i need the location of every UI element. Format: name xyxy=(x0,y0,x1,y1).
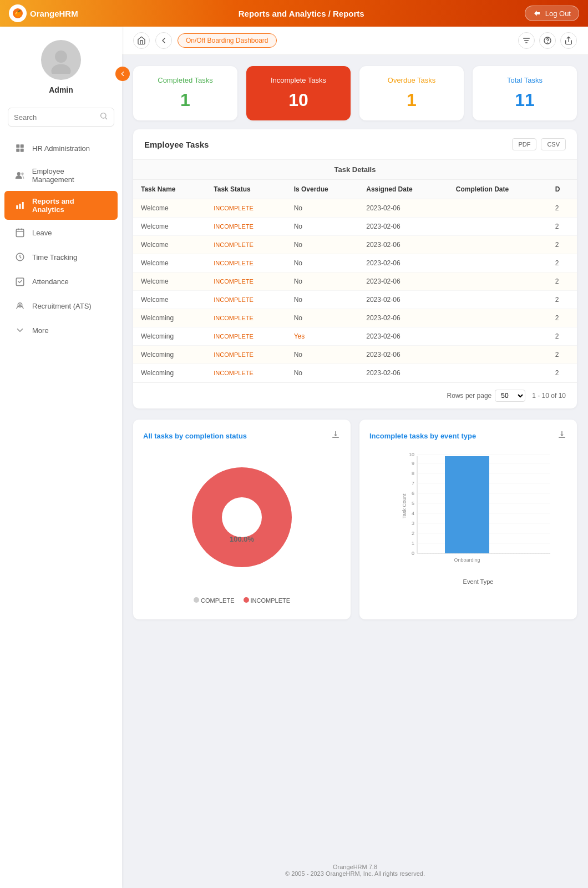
help-button[interactable] xyxy=(539,32,556,49)
cell-assigned-date: 2023-02-06 xyxy=(358,346,448,364)
cell-completion-date xyxy=(448,346,548,364)
pagination-info: 1 - 10 of 10 xyxy=(532,392,566,400)
col-assigned-date: Assigned Date xyxy=(358,180,448,199)
svg-text:🍊: 🍊 xyxy=(14,10,22,17)
table-row: Welcoming INCOMPLETE Yes 2023-02-06 2 xyxy=(133,327,577,346)
bar-x-label: Event Type xyxy=(389,578,567,585)
svg-text:3: 3 xyxy=(412,521,414,526)
pie-chart-card: All tasks by completion status 100.0% xyxy=(133,420,351,619)
pie-download-button[interactable] xyxy=(331,430,341,442)
svg-text:8: 8 xyxy=(412,471,414,476)
cell-task-name: Welcoming xyxy=(133,309,206,327)
completed-label: Completed Tasks xyxy=(158,76,212,84)
pie-chart-svg xyxy=(181,456,303,578)
incomplete-value: 10 xyxy=(288,90,308,110)
share-button[interactable] xyxy=(560,32,577,49)
svg-text:5: 5 xyxy=(412,501,414,506)
export-pdf-button[interactable]: PDF xyxy=(512,138,536,150)
cell-assigned-date: 2023-02-06 xyxy=(358,327,448,346)
recruitment-icon xyxy=(14,300,26,311)
cell-completion-date xyxy=(448,291,548,309)
svg-point-26 xyxy=(548,42,548,43)
total-label: Total Tasks xyxy=(507,76,543,84)
tasks-table: Task Name Task Status Is Overdue Assigne… xyxy=(133,180,577,382)
cell-d: 2 xyxy=(548,273,577,291)
main-layout: Admin HR Administration Employee Ma xyxy=(0,27,588,888)
export-csv-button[interactable]: CSV xyxy=(541,138,566,150)
sidebar-item-hr-admin[interactable]: HR Administration xyxy=(4,137,118,160)
sidebar-item-leave[interactable]: Leave xyxy=(4,221,118,244)
sidebar-item-recruitment[interactable]: Recruitment (ATS) xyxy=(4,294,118,317)
cell-assigned-date: 2023-02-06 xyxy=(358,254,448,273)
back-button[interactable] xyxy=(155,32,172,49)
svg-point-10 xyxy=(17,172,21,175)
cell-completion-date xyxy=(448,254,548,273)
logo-icon: 🍊 xyxy=(9,4,27,22)
rows-per-page-select[interactable]: 50 25 100 xyxy=(495,390,525,402)
search-input[interactable] xyxy=(14,113,96,122)
home-button[interactable] xyxy=(133,32,150,49)
cell-is-overdue: No xyxy=(286,291,359,309)
cell-d: 2 xyxy=(548,218,577,236)
incomplete-tasks-card: Incomplete Tasks 10 xyxy=(246,66,351,120)
total-value: 11 xyxy=(515,90,535,110)
svg-point-30 xyxy=(239,514,245,520)
avatar xyxy=(41,40,81,80)
breadcrumb-bar: On/Off Boarding Dashboard xyxy=(122,27,588,55)
section-title: Employee Tasks xyxy=(144,140,209,149)
svg-rect-12 xyxy=(16,205,18,209)
sidebar-item-label: Attendance xyxy=(32,278,69,286)
cell-is-overdue: No xyxy=(286,273,359,291)
svg-text:Task Count: Task Count xyxy=(402,493,407,519)
pie-chart-title: All tasks by completion status xyxy=(143,432,247,440)
bar-download-button[interactable] xyxy=(557,430,567,442)
sidebar-item-label: Employee Management xyxy=(32,167,108,184)
svg-rect-15 xyxy=(16,229,24,237)
col-task-name: Task Name xyxy=(133,180,206,199)
sidebar-item-reports-analytics[interactable]: Reports and Analytics xyxy=(4,191,118,220)
bar-chart-container: 0 1 2 3 4 5 6 7 8 9 10 xyxy=(369,451,567,585)
cell-d: 2 xyxy=(548,364,577,382)
sidebar-item-attendance[interactable]: Attendance xyxy=(4,270,118,293)
logout-button[interactable]: Log Out xyxy=(525,6,579,21)
table-row: Welcome INCOMPLETE No 2023-02-06 2 xyxy=(133,199,577,218)
svg-text:1: 1 xyxy=(412,541,414,546)
svg-text:10: 10 xyxy=(409,452,414,457)
cell-d: 2 xyxy=(548,199,577,218)
svg-text:9: 9 xyxy=(412,461,414,466)
cell-is-overdue: Yes xyxy=(286,327,359,346)
cell-task-status: INCOMPLETE xyxy=(206,309,286,327)
incomplete-label: Incomplete Tasks xyxy=(271,76,326,84)
cell-task-status: INCOMPLETE xyxy=(206,236,286,254)
onoff-dashboard-tab[interactable]: On/Off Boarding Dashboard xyxy=(178,33,277,48)
cell-task-name: Welcome xyxy=(133,273,206,291)
cell-d: 2 xyxy=(548,236,577,254)
sidebar-item-more[interactable]: More xyxy=(4,319,118,342)
reports-icon xyxy=(14,200,26,211)
cell-task-name: Welcoming xyxy=(133,346,206,364)
cell-task-name: Welcome xyxy=(133,254,206,273)
cell-is-overdue: No xyxy=(286,236,359,254)
cell-completion-date xyxy=(448,273,548,291)
filter-button[interactable] xyxy=(518,32,535,49)
pie-chart-header: All tasks by completion status xyxy=(143,430,341,442)
legend-complete: COMPLETE xyxy=(201,597,235,604)
cell-completion-date xyxy=(448,218,548,236)
cell-d: 2 xyxy=(548,346,577,364)
bar-onboarding xyxy=(445,456,489,553)
table-row: Welcoming INCOMPLETE No 2023-02-06 2 xyxy=(133,364,577,382)
footer-copyright: © 2005 - 2023 OrangeHRM, Inc. All rights… xyxy=(133,870,577,877)
svg-point-11 xyxy=(21,173,24,175)
table-header-row: Task Name Task Status Is Overdue Assigne… xyxy=(133,180,577,199)
svg-rect-31 xyxy=(559,437,565,438)
sidebar-item-time-tracking[interactable]: Time Tracking xyxy=(4,245,118,269)
sidebar-toggle-button[interactable] xyxy=(115,67,130,81)
cell-is-overdue: No xyxy=(286,254,359,273)
svg-rect-8 xyxy=(16,149,19,152)
content-area: On/Off Boarding Dashboard Completed Task… xyxy=(122,27,588,888)
table-row: Welcome INCOMPLETE No 2023-02-06 2 xyxy=(133,254,577,273)
svg-text:0: 0 xyxy=(412,551,414,556)
sidebar-item-employee-mgmt[interactable]: Employee Management xyxy=(4,161,118,190)
employees-icon xyxy=(14,170,26,181)
cell-task-name: Welcome xyxy=(133,218,206,236)
